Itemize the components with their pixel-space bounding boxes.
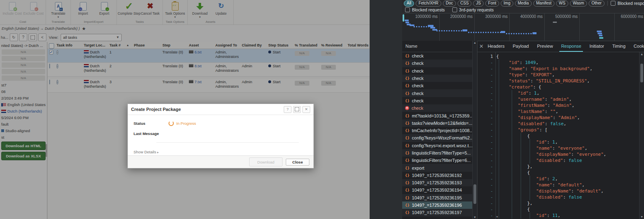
json-request-icon: {}	[405, 210, 410, 215]
request-row[interactable]: {}1049?_=1725359236194	[402, 186, 473, 194]
scroll-down-icon[interactable]: ▼	[640, 215, 644, 219]
indent-guide	[530, 145, 530, 151]
request-row[interactable]: {}check	[402, 75, 473, 82]
code-line: -"id": 1,	[478, 139, 644, 145]
filter-pill-all[interactable]: All	[404, 0, 414, 7]
filter-pill-doc[interactable]: Doc	[443, 0, 456, 7]
request-row[interactable]: {}check	[402, 67, 473, 75]
request-row[interactable]: {}1049?_=1725359236192	[402, 172, 473, 179]
indent-guide	[499, 78, 499, 84]
filter-pill-wasm[interactable]: Wasm	[570, 0, 587, 7]
indent-guide	[512, 206, 512, 212]
error-icon: ✕	[405, 106, 409, 110]
code-line: -"id": 1,	[478, 90, 644, 96]
request-row[interactable]: ✕check	[402, 104, 473, 112]
third-party-requests-checkbox[interactable]: 3rd-party requests	[452, 7, 494, 12]
tab-preview[interactable]: Preview	[533, 41, 557, 52]
translation-app-window: +Include Cost−Exclude CostCostAATranslat…	[0, 0, 370, 219]
request-row[interactable]: {}1049?_=1725359236196	[402, 201, 473, 209]
request-row[interactable]: {}config?keys=WsxzFormat%2...	[402, 134, 473, 142]
indent-guide	[499, 115, 499, 121]
dialog-close-button[interactable]: Close	[286, 159, 309, 166]
gutter-line-number: -	[478, 115, 495, 121]
filter-pill-manifest[interactable]: Manifest	[533, 0, 554, 7]
dialog-close-icon-button[interactable]: ✕	[302, 106, 310, 113]
blocked-response-cookies-checkbox[interactable]: Blocked response cookies	[611, 1, 644, 6]
tab-payload[interactable]: Payload	[508, 41, 533, 52]
response-scrollbar[interactable]: ▲ ▼	[639, 52, 644, 219]
gutter-line-number: -	[478, 170, 495, 176]
scroll-down-icon[interactable]: ▼	[473, 216, 477, 219]
request-row[interactable]: {}export	[402, 164, 473, 171]
request-list-name-header[interactable]: Name	[402, 41, 477, 52]
scrollbar-thumb[interactable]	[640, 64, 643, 82]
request-row[interactable]: {}1049?_=1725359236195	[402, 194, 473, 201]
gutter-line-number: -	[478, 200, 495, 206]
filter-pill-css[interactable]: CSS	[458, 0, 472, 7]
timeline-drag-handle[interactable]	[403, 14, 404, 22]
request-row[interactable]: {}check	[402, 97, 473, 104]
gutter-line-number: -	[478, 102, 495, 108]
tab-cookies[interactable]: Cookies	[630, 41, 644, 52]
request-row[interactable]: {}linguisticFilters?filterType=5...	[402, 149, 473, 157]
filter-pill-img[interactable]: Img	[501, 0, 513, 7]
indent-guide	[499, 170, 499, 176]
tab-response[interactable]: Response	[557, 41, 585, 52]
code-line: -"creator": {	[478, 84, 644, 90]
dialog-help-button[interactable]: ?	[284, 106, 291, 113]
filter-pill-fetch-xhr[interactable]: Fetch/XHR	[416, 0, 441, 7]
request-row[interactable]: {}config?keys=xi.export.wsxz.t...	[402, 142, 473, 149]
scroll-up-icon[interactable]: ▲	[473, 41, 477, 44]
scroll-up-icon[interactable]: ▲	[640, 53, 644, 56]
indent-guide	[499, 176, 499, 182]
filter-pill-media[interactable]: Media	[515, 0, 532, 7]
status-label: Status	[134, 121, 169, 126]
indent-guide	[512, 188, 512, 194]
request-row[interactable]: {}mt?taskId=1013&_=1725359...	[402, 112, 473, 119]
request-list-scrollbar[interactable]: ▲ ▼	[472, 41, 477, 219]
gutter-line-number: -	[478, 121, 495, 127]
request-row[interactable]: {}1049?_=1725359236197	[402, 209, 473, 216]
request-row[interactable]: {}tmCacheInfo?projectId=1008...	[402, 127, 473, 134]
show-details-toggle[interactable]: Show Details ▸	[134, 150, 308, 154]
gutter-line-number: -	[478, 139, 495, 145]
request-row[interactable]: {}tasks?viewMode=12&fields=...	[402, 119, 473, 127]
code-text: "id": 11,	[495, 212, 644, 219]
code-line: -"name": "default",	[478, 182, 644, 188]
request-row[interactable]: {}check	[402, 82, 473, 89]
filter-pill-ws[interactable]: WS	[556, 0, 568, 7]
json-request-icon: {}	[405, 69, 410, 73]
request-row[interactable]: {}check	[402, 89, 473, 97]
indent-guide	[499, 206, 499, 212]
network-overview-timeline[interactable]: 1000000 ms2000000 ms3000000 ms4000000 ms…	[402, 13, 644, 41]
indent-guide	[499, 139, 499, 145]
filter-pill-other[interactable]: Other	[589, 0, 605, 7]
filter-pill-js[interactable]: JS	[473, 0, 484, 7]
gutter-line-number: -	[478, 212, 495, 219]
request-row[interactable]: {}1049?_=1725359236193	[402, 179, 473, 186]
indent-guide	[512, 194, 512, 200]
filter-pill-font[interactable]: Font	[485, 0, 499, 7]
timeline-tick-label: 6000000 ms	[614, 14, 643, 19]
indent-guide	[499, 194, 499, 200]
request-row[interactable]: {}check	[402, 60, 473, 67]
blocked-requests-checkbox[interactable]: Blocked requests	[405, 7, 445, 12]
tab-initiator[interactable]: Initiator	[585, 41, 608, 52]
dialog-maximize-button[interactable]	[293, 106, 301, 113]
json-request-icon: {}	[405, 144, 410, 148]
close-detail-icon[interactable]: ✕	[479, 43, 484, 49]
gutter-line-number: -	[478, 194, 495, 200]
json-request-icon: {}	[405, 151, 410, 155]
code-text: "username": "admin",	[495, 96, 644, 102]
request-name: 1049?_=1725359236196	[412, 203, 462, 208]
gutter-line-number: -	[478, 66, 495, 72]
request-row[interactable]: {}check	[402, 52, 473, 60]
request-name: check	[412, 106, 423, 111]
request-row[interactable]: {}linguisticFilters?filterType=6...	[402, 157, 473, 164]
dialog-download-button[interactable]: Download	[249, 157, 283, 166]
tab-timing[interactable]: Timing	[608, 41, 630, 52]
tab-headers[interactable]: Headers	[484, 41, 509, 52]
scrollbar-thumb[interactable]	[473, 184, 476, 204]
code-scroll-down-left-icon[interactable]: ▼	[496, 215, 498, 219]
code-text: {	[495, 133, 644, 139]
